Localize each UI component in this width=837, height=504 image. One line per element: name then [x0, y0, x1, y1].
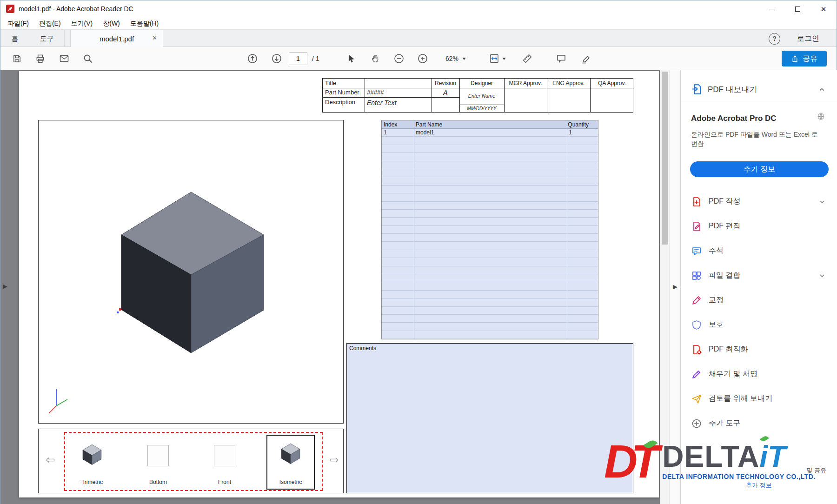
panel-item-more-tools[interactable]: 추가 도구	[681, 411, 837, 436]
panel-divider	[681, 101, 837, 101]
edit-pdf-icon	[691, 221, 702, 232]
left-pane-toggle[interactable]: ▶	[3, 283, 7, 289]
hand-tool-button[interactable]	[367, 50, 384, 67]
panel-item-comment[interactable]: 주석	[681, 239, 837, 263]
menu-edit[interactable]: 편집(E)	[34, 17, 66, 29]
close-button[interactable]: ✕	[810, 0, 837, 17]
acrobat-window: model1.pdf - Adobe Acrobat Reader DC ✕ 파…	[0, 0, 837, 504]
panel-item-label: 추가 도구	[709, 418, 740, 428]
search-icon[interactable]	[80, 50, 96, 67]
print-button[interactable]	[32, 50, 48, 67]
email-button[interactable]	[56, 50, 73, 67]
view-selector-strip: ⇦ ⇨ TrimetricBottomFrontIsometric	[38, 429, 344, 493]
view-cube-icon	[278, 440, 303, 467]
panel-item-protect[interactable]: 보호	[681, 312, 837, 337]
chevron-up-icon[interactable]	[818, 86, 825, 95]
protect-icon	[691, 319, 702, 331]
mgr-approval-label: MGR Approv.	[504, 80, 547, 86]
panel-tool-list: PDF 작성PDF 편집주석파일 결합교정보호PDF 최적화채우기 및 서명검토…	[681, 189, 837, 436]
tab-document[interactable]: model1.pdf ✕	[70, 30, 163, 47]
panel-item-correct[interactable]: 교정	[681, 288, 837, 312]
chevron-down-icon[interactable]	[819, 199, 825, 207]
combine-files-icon	[691, 270, 702, 281]
panel-item-create-pdf[interactable]: PDF 작성	[681, 189, 837, 214]
send-review-icon	[691, 393, 702, 405]
revision-value: A	[432, 89, 459, 96]
maximize-button[interactable]	[784, 0, 810, 17]
right-pane-toggle[interactable]: ▶	[673, 283, 678, 290]
measure-tool-button[interactable]	[519, 50, 536, 67]
zoom-level-dropdown[interactable]: 62%	[435, 52, 476, 65]
document-viewport[interactable]: Title Part Number ##### Description Ente…	[0, 70, 660, 504]
panel-item-optimize-pdf[interactable]: PDF 최적화	[681, 337, 837, 362]
highlight-tool-button[interactable]	[578, 50, 594, 67]
share-button-label: 공유	[803, 54, 817, 64]
tab-document-label: model1.pdf	[100, 35, 134, 43]
select-tool-button[interactable]	[343, 50, 359, 67]
title-block: Title Part Number ##### Description Ente…	[322, 78, 633, 113]
cube-model	[39, 120, 343, 423]
parts-table-header-cell: Index	[382, 120, 414, 128]
menu-bar: 파일(F)편집(E)보기(V)창(W)도움말(H)	[0, 17, 837, 29]
panel-item-label: 교정	[709, 295, 724, 305]
title-label: Title	[325, 80, 336, 86]
menu-view[interactable]: 보기(V)	[66, 17, 98, 29]
more-info-button[interactable]: 추가 정보	[690, 161, 829, 177]
panel-item-edit-pdf[interactable]: PDF 편집	[681, 214, 837, 239]
zoom-in-button[interactable]	[414, 50, 431, 67]
next-view-button[interactable]: ⇨	[330, 454, 339, 465]
view-thumb-bottom[interactable]: Bottom	[135, 437, 181, 489]
view-cube-icon	[80, 441, 105, 468]
login-button[interactable]: 로그인	[788, 30, 828, 47]
page-number-input[interactable]	[289, 52, 307, 65]
menu-window[interactable]: 창(W)	[98, 17, 125, 29]
description-value: Enter Text	[367, 99, 396, 106]
chevron-down-icon[interactable]	[819, 272, 825, 281]
view-thumb-label: Isometric	[267, 479, 314, 485]
view-thumb-front[interactable]: Front	[201, 437, 248, 489]
optimize-pdf-icon	[691, 344, 702, 355]
tab-tools[interactable]: 도구	[29, 30, 65, 47]
view-thumb-isometric[interactable]: Isometric	[266, 435, 315, 490]
scrollbar-thumb[interactable]	[662, 72, 668, 245]
save-button[interactable]	[8, 50, 25, 67]
title-bar: model1.pdf - Adobe Acrobat Reader DC ✕	[0, 0, 837, 17]
page-display-dropdown[interactable]	[484, 50, 511, 67]
panel-item-label: PDF 작성	[709, 197, 740, 206]
next-page-button[interactable]	[268, 50, 285, 67]
comments-label: Comments	[349, 345, 376, 351]
designer-value: Enter Name	[459, 93, 504, 99]
parts-table-header-cell: Quantity	[566, 120, 598, 128]
export-pdf-section[interactable]: PDF 내보내기	[681, 81, 837, 98]
parts-table-cell: 1	[384, 129, 387, 136]
tab-bar: 홈 도구 model1.pdf ✕ ? 로그인	[0, 29, 837, 47]
model-3d-view[interactable]	[38, 120, 344, 424]
menu-file[interactable]: 파일(F)	[2, 17, 34, 29]
acrobat-pro-description: 온라인으로 PDF 파일을 Word 또는 Excel 로 변환	[691, 130, 822, 148]
view-thumb-trimetric[interactable]: Trimetric	[69, 437, 115, 489]
vertical-scrollbar[interactable]	[660, 70, 669, 504]
comment-tool-button[interactable]	[553, 50, 570, 67]
eng-approval-label: ENG Approv.	[547, 80, 590, 86]
tab-home[interactable]: 홈	[0, 30, 29, 47]
tab-close-icon[interactable]: ✕	[152, 35, 157, 41]
previous-view-button[interactable]: ⇦	[46, 454, 55, 465]
comments-box[interactable]: Comments	[346, 343, 633, 493]
minimize-icon	[769, 9, 774, 9]
description-label: Description	[325, 99, 355, 106]
pdf-page: Title Part Number ##### Description Ente…	[19, 71, 659, 497]
share-button[interactable]: 공유	[782, 51, 827, 66]
footer-more-info-link[interactable]: 추가 정보	[746, 481, 772, 490]
previous-page-button[interactable]	[244, 50, 261, 67]
panel-item-send-review[interactable]: 검토를 위해 보내기	[681, 386, 837, 411]
panel-item-combine-files[interactable]: 파일 결합	[681, 263, 837, 288]
minimize-button[interactable]	[758, 0, 784, 17]
menu-help[interactable]: 도움말(H)	[125, 17, 164, 29]
panel-item-fill-sign[interactable]: 채우기 및 서명	[681, 362, 837, 386]
help-icon[interactable]: ?	[769, 33, 780, 45]
date-value: MM/DD/YYYY	[459, 106, 504, 111]
panel-item-label: PDF 최적화	[709, 345, 748, 354]
zoom-out-button[interactable]	[391, 50, 407, 67]
tools-panel: PDF 내보내기 Adobe Acrobat Pro DC 온라인으로 PDF …	[680, 70, 837, 504]
export-pdf-label: PDF 내보내기	[708, 84, 757, 95]
